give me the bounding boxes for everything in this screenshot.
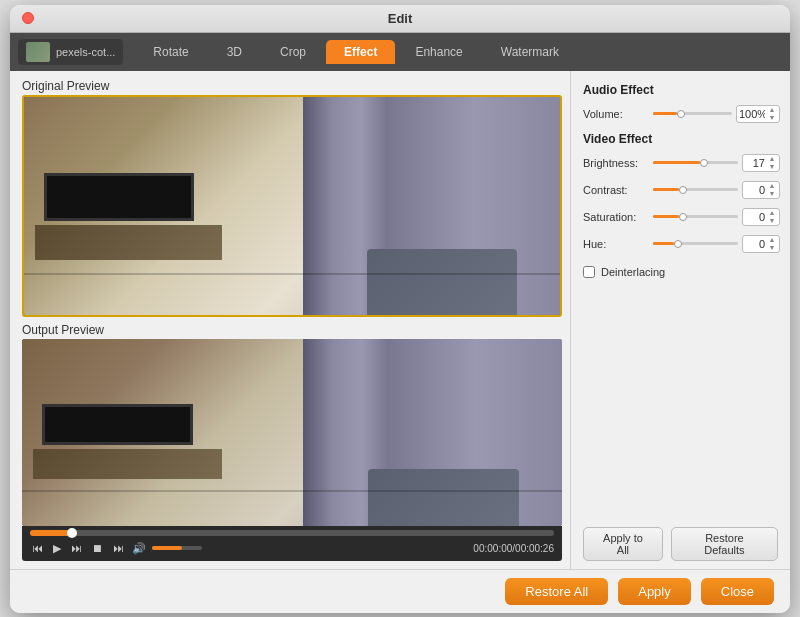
window-title: Edit (388, 11, 413, 26)
apply-to-all-button[interactable]: Apply to All (583, 527, 663, 561)
hue-thumb (674, 240, 682, 248)
saturation-stepper[interactable]: ▲ ▼ (766, 209, 778, 225)
original-preview (22, 95, 562, 317)
tab-3d[interactable]: 3D (209, 40, 260, 64)
apply-button[interactable]: Apply (618, 578, 691, 605)
hue-stepper[interactable]: ▲ ▼ (766, 236, 778, 252)
tab-watermark[interactable]: Watermark (483, 40, 577, 64)
saturation-fill (653, 215, 679, 218)
output-preview-section: Output Preview (22, 323, 562, 561)
restore-all-button[interactable]: Restore All (505, 578, 608, 605)
brightness-stepper[interactable]: ▲ ▼ (766, 155, 778, 171)
skip-back-button[interactable]: ⏮ (30, 540, 45, 556)
brightness-slider-container (653, 161, 738, 164)
output-preview-label: Output Preview (22, 323, 562, 337)
skip-end-button[interactable]: ⏭ (111, 540, 126, 556)
main-window: Edit pexels-cot... Rotate 3D Crop Effect… (10, 5, 790, 613)
volume-down[interactable]: ▼ (766, 114, 778, 122)
saturation-label: Saturation: (583, 211, 653, 223)
contrast-fill (653, 188, 679, 191)
output-scene (22, 339, 562, 526)
volume-icon: 🔊 (132, 542, 146, 555)
volume-row: Volume: ▲ ▼ (583, 105, 778, 123)
brightness-thumb (700, 159, 708, 167)
brightness-down[interactable]: ▼ (766, 163, 778, 171)
original-scene (24, 97, 560, 315)
deinterlacing-row: Deinterlacing (583, 266, 778, 278)
right-panel: Audio Effect Volume: ▲ ▼ (570, 71, 790, 569)
volume-stepper[interactable]: ▲ ▼ (766, 106, 778, 122)
stop-button[interactable]: ⏹ (90, 540, 105, 556)
volume-fill (152, 546, 182, 550)
brightness-label: Brightness: (583, 157, 653, 169)
file-name: pexels-cot... (56, 46, 115, 58)
volume-up[interactable]: ▲ (766, 106, 778, 114)
contrast-thumb (679, 186, 687, 194)
action-buttons-row: Apply to All Restore Defaults (583, 527, 778, 561)
close-traffic-light[interactable] (22, 12, 34, 24)
original-preview-section: Original Preview (22, 79, 562, 317)
brightness-up[interactable]: ▲ (766, 155, 778, 163)
saturation-row: Saturation: ▲ ▼ (583, 208, 778, 226)
progress-fill (30, 530, 72, 536)
play-button[interactable]: ▶ (51, 540, 63, 557)
volume-track[interactable] (653, 112, 732, 115)
tab-rotate[interactable]: Rotate (135, 40, 206, 64)
hue-fill (653, 242, 674, 245)
brightness-row: Brightness: ▲ ▼ (583, 154, 778, 172)
audio-effect-title: Audio Effect (583, 83, 778, 97)
progress-bar[interactable] (30, 530, 554, 536)
saturation-down[interactable]: ▼ (766, 217, 778, 225)
contrast-stepper[interactable]: ▲ ▼ (766, 182, 778, 198)
hue-row: Hue: ▲ ▼ (583, 235, 778, 253)
deinterlacing-label: Deinterlacing (601, 266, 665, 278)
hue-label: Hue: (583, 238, 653, 250)
controls-row: ⏮ ▶ ⏭ ⏹ ⏭ 🔊 00:00:00/00:00:26 (30, 540, 554, 557)
tab-crop[interactable]: Crop (262, 40, 324, 64)
deinterlacing-checkbox[interactable] (583, 266, 595, 278)
file-thumb-image (26, 42, 50, 62)
video-effect-title: Video Effect (583, 132, 778, 146)
preview-area: Original Preview (10, 71, 570, 569)
tab-effect[interactable]: Effect (326, 40, 395, 64)
time-display: 00:00:00/00:00:26 (473, 543, 554, 554)
restore-defaults-button[interactable]: Restore Defaults (671, 527, 778, 561)
contrast-track[interactable] (653, 188, 738, 191)
skip-forward-button[interactable]: ⏭ (69, 540, 84, 556)
video-controls: ⏮ ▶ ⏭ ⏹ ⏭ 🔊 00:00:00/00:00:26 (22, 526, 562, 561)
volume-label: Volume: (583, 108, 653, 120)
saturation-track[interactable] (653, 215, 738, 218)
brightness-track[interactable] (653, 161, 738, 164)
tab-enhance[interactable]: Enhance (397, 40, 480, 64)
contrast-up[interactable]: ▲ (766, 182, 778, 190)
volume-slider[interactable] (152, 546, 202, 550)
main-content: Original Preview (10, 71, 790, 569)
progress-thumb (67, 528, 77, 538)
title-bar: Edit (10, 5, 790, 33)
saturation-thumb (679, 213, 687, 221)
volume-slider-container (653, 112, 732, 115)
hue-slider-container (653, 242, 738, 245)
hue-up[interactable]: ▲ (766, 236, 778, 244)
contrast-row: Contrast: ▲ ▼ (583, 181, 778, 199)
contrast-label: Contrast: (583, 184, 653, 196)
volume-slider-fill (653, 112, 677, 115)
original-preview-label: Original Preview (22, 79, 562, 93)
close-button[interactable]: Close (701, 578, 774, 605)
volume-slider-thumb (677, 110, 685, 118)
saturation-slider-container (653, 215, 738, 218)
hue-track[interactable] (653, 242, 738, 245)
hue-down[interactable]: ▼ (766, 244, 778, 252)
brightness-fill (653, 161, 700, 164)
contrast-slider-container (653, 188, 738, 191)
saturation-up[interactable]: ▲ (766, 209, 778, 217)
tab-bar: pexels-cot... Rotate 3D Crop Effect Enha… (10, 33, 790, 71)
bottom-bar: Restore All Apply Close (10, 569, 790, 613)
contrast-down[interactable]: ▼ (766, 190, 778, 198)
file-thumbnail[interactable]: pexels-cot... (18, 39, 123, 65)
output-preview (22, 339, 562, 526)
